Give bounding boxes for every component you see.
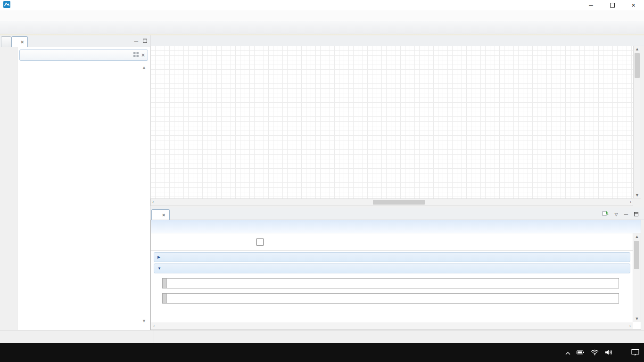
main-toolbar (0, 21, 644, 35)
left-panel-tabbar: × ─ (0, 35, 150, 48)
status-bar (0, 330, 644, 343)
palette-list (17, 62, 150, 330)
scroll-right-icon[interactable]: › (630, 199, 631, 205)
tray-expand-icon[interactable] (565, 350, 570, 356)
canvas-vertical-scrollbar[interactable]: ▲ ▼ (633, 46, 641, 198)
model-canvas[interactable] (150, 46, 633, 198)
scroll-down-icon[interactable]: ▼ (142, 319, 146, 323)
scroll-down-icon[interactable]: ▼ (634, 193, 641, 197)
windows-taskbar (0, 343, 644, 362)
anylogic-logo-icon (3, 1, 10, 9)
canvas-horizontal-scrollbar[interactable]: ‹ › (150, 198, 633, 206)
battery-icon[interactable] (577, 350, 585, 356)
wifi-icon[interactable] (591, 349, 599, 357)
palette-content: × ▲ ▼ (17, 47, 150, 330)
tab-projects[interactable] (1, 36, 11, 47)
tab-properties[interactable]: × (151, 209, 170, 220)
panel-minimize-button[interactable]: ─ (134, 38, 138, 44)
exclude-checkbox[interactable] (256, 239, 264, 246)
properties-panel: × ▽ ─ (150, 207, 644, 330)
panel-minimize-button[interactable]: ─ (624, 211, 628, 218)
palette-page-header: × (19, 49, 148, 61)
pin-editor-icon[interactable] (602, 210, 609, 218)
scrollbar-thumb[interactable] (373, 200, 425, 205)
view-menu-icon[interactable]: ▽ (615, 212, 618, 217)
scroll-left-icon[interactable]: ‹ (152, 199, 154, 205)
on-destroy-field[interactable] (162, 293, 619, 304)
title-bar: ─ × (0, 0, 644, 10)
scroll-up-icon[interactable]: ▲ (634, 47, 641, 51)
section-parameters-preview[interactable]: ▶ (154, 252, 630, 262)
properties-vertical-scrollbar[interactable]: ▲ ▼ (633, 233, 641, 322)
action-center-icon[interactable] (631, 349, 639, 357)
section-agent-actions[interactable]: ▼ (154, 263, 630, 273)
tab-palette[interactable]: × (11, 36, 28, 47)
window-close-button[interactable]: × (623, 0, 644, 10)
properties-content: ▶ ▼ ▲ (150, 220, 641, 330)
panel-maximize-button[interactable] (634, 211, 638, 218)
scrollbar-thumb[interactable] (635, 53, 640, 78)
volume-icon[interactable] (605, 349, 613, 357)
close-icon[interactable]: × (21, 39, 24, 45)
panel-maximize-button[interactable] (143, 38, 147, 44)
grid-view-icon[interactable] (133, 52, 139, 58)
window-maximize-button[interactable] (602, 0, 623, 10)
close-icon[interactable]: × (141, 52, 145, 58)
palette-category-strip (0, 47, 17, 330)
close-icon[interactable]: × (162, 212, 165, 218)
code-gutter (163, 294, 167, 303)
menu-bar (0, 10, 644, 21)
editor-area: ▲ ▼ ‹ › (150, 35, 644, 206)
code-gutter (163, 279, 167, 288)
scroll-up-icon[interactable]: ▲ (142, 65, 146, 70)
window-minimize-button[interactable]: ─ (580, 0, 602, 10)
left-panel: × ─ × ▲ ▼ (0, 35, 150, 330)
on-startup-field[interactable] (162, 278, 619, 288)
properties-horizontal-scrollbar[interactable]: ‹› (151, 322, 633, 329)
editor-tabbar (150, 35, 644, 46)
